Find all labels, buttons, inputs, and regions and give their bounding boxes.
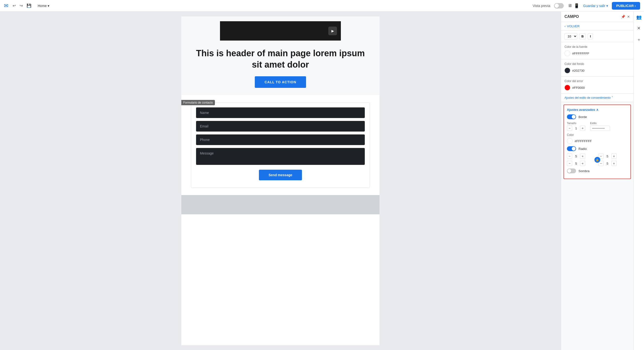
radius-section: − 5 + − 5 + 🔒 − 5 (567, 154, 628, 166)
canvas-area: ▶ This is header of main page lorem ipsu… (0, 11, 561, 350)
redo-button[interactable]: ↪ (18, 2, 24, 9)
radio-toggle-row: Radio (567, 146, 628, 151)
radio-toggle[interactable] (567, 146, 576, 151)
radius-tr-stepper: − 5 + (598, 154, 628, 159)
font-color-value: #FFFFFFFF (572, 52, 589, 55)
bg-color-row: #202730 (564, 68, 630, 73)
error-color-value: #FF0000 (572, 86, 585, 90)
home-chevron-icon: ▾ (48, 4, 49, 8)
panel-back[interactable]: ‹ VOLVER (561, 22, 633, 31)
cta-button[interactable]: CALL TO ACTION (255, 76, 306, 88)
form-tag: Formulario de contacto (181, 100, 215, 105)
radius-tl-increment[interactable]: + (580, 154, 585, 159)
main-layout: ▶ This is header of main page lorem ipsu… (0, 11, 644, 350)
bg-color-section: Color del fondo #202730 (561, 59, 633, 77)
add-right-button[interactable]: ＋ (636, 36, 642, 43)
radius-br-stepper: − 5 + (598, 161, 628, 166)
border-label: Borde (578, 115, 587, 119)
people-icon-button[interactable]: 👥 (635, 13, 642, 21)
advanced-section: Ajustes avanzados ∧ Borde Tamaño − 1 + (564, 105, 631, 179)
logo-icon: ✉ (4, 3, 8, 9)
size-value: 1 (574, 127, 578, 130)
size-col-label: Tamaño (567, 122, 585, 125)
save-button[interactable]: Guardar y salir ▾ (583, 4, 608, 8)
border-color-row: #FFFFFFFF (567, 138, 628, 144)
shadow-toggle[interactable] (567, 169, 576, 173)
canvas-content: ▶ This is header of main page lorem ipsu… (181, 16, 380, 345)
topbar-right: Vista previa 🖥 📱 Guardar y salir ▾ PUBLI… (532, 2, 640, 10)
radius-grid: − 5 + − 5 + 🔒 − 5 (567, 154, 628, 166)
panel-header: CAMPO 📌 ✕ (561, 11, 633, 22)
back-label: VOLVER (567, 24, 580, 28)
radius-bl-decrement[interactable]: − (567, 161, 572, 166)
radius-tr-value: 5 (605, 155, 610, 158)
font-size-select[interactable]: 1012141618 (564, 33, 577, 40)
message-field[interactable]: Message (196, 148, 365, 165)
save-icon-button[interactable]: 💾 (25, 2, 33, 9)
email-field[interactable]: Email (196, 121, 365, 132)
pin-icon[interactable]: 📌 (621, 15, 625, 18)
bg-color-swatch[interactable] (564, 68, 570, 73)
video-block: ▶ (220, 21, 341, 40)
bg-color-label: Color del fondo (564, 62, 630, 66)
style-col: Estilo ────── - - - - - · · · · · (590, 122, 610, 131)
radius-tl-decrement[interactable]: − (567, 154, 572, 159)
panel-title: CAMPO (564, 14, 579, 19)
italic-button[interactable]: I (588, 33, 593, 39)
hero-section: This is header of main page lorem ipsum … (181, 40, 380, 95)
radius-bl-value: 5 (574, 162, 578, 165)
radio-label: Radio (578, 147, 587, 151)
radius-bl-increment[interactable]: + (580, 161, 585, 166)
error-color-row: #FF0000 (564, 85, 630, 91)
consent-link[interactable]: Ajustes del estilo de consentimiento ˅ (561, 94, 633, 102)
lock-icon[interactable]: 🔒 (594, 157, 600, 163)
size-stepper: − 1 + (567, 126, 585, 131)
contact-form: Name Email Phone Message Send message (191, 102, 370, 188)
panel-header-icons: 📌 ✕ (621, 15, 630, 18)
radius-tl-value: 5 (574, 155, 578, 158)
home-label: Home (38, 4, 47, 8)
font-color-swatch[interactable] (564, 50, 570, 56)
topbar-actions: ↩ ↪ 💾 (11, 2, 33, 9)
shadow-toggle-row: Sombra (567, 169, 628, 173)
shadow-label: Sombra (578, 169, 590, 173)
preview-toggle[interactable] (554, 3, 564, 8)
bottom-area (181, 195, 380, 214)
radius-tl-stepper: − 5 + (567, 154, 596, 159)
home-button[interactable]: Home ▾ (36, 3, 51, 9)
close-right-button[interactable]: ✕ (636, 25, 642, 32)
font-size-row: 1012141618 B I (561, 31, 633, 42)
border-color-value: #FFFFFFFF (574, 139, 592, 143)
far-right-panel: 👥 ✕ ＋ (633, 11, 644, 350)
border-color-swatch[interactable] (567, 138, 573, 144)
border-style-select[interactable]: ────── - - - - - · · · · · (590, 126, 610, 131)
undo-button[interactable]: ↩ (11, 2, 17, 9)
bold-button[interactable]: B (579, 33, 586, 39)
mobile-icon[interactable]: 📱 (574, 3, 579, 8)
border-toggle[interactable] (567, 114, 576, 119)
publish-button[interactable]: PUBLICAR › (612, 2, 640, 10)
advanced-header[interactable]: Ajustes avanzados ∧ (567, 108, 628, 112)
device-icons: 🖥 📱 (568, 3, 579, 8)
play-button[interactable]: ▶ (328, 26, 337, 35)
radius-br-value: 5 (605, 162, 610, 165)
radius-tr-increment[interactable]: + (611, 154, 617, 159)
preview-toggle-knob (554, 4, 559, 8)
radius-br-increment[interactable]: + (611, 161, 617, 166)
border-toggle-row: Borde (567, 114, 628, 119)
error-color-label: Color del error (564, 79, 630, 83)
size-increment-button[interactable]: + (580, 126, 585, 131)
desktop-icon[interactable]: 🖥 (568, 3, 572, 8)
font-color-label: Color de la fuente (564, 45, 630, 48)
name-field[interactable]: Name (196, 107, 365, 118)
preview-label: Vista previa (532, 4, 550, 8)
error-color-swatch[interactable] (564, 85, 570, 91)
radius-bl-stepper: − 5 + (567, 161, 596, 166)
phone-field[interactable]: Phone (196, 135, 365, 145)
size-col: Tamaño − 1 + (567, 122, 585, 131)
size-decrement-button[interactable]: − (567, 126, 572, 131)
border-color-label: Color (567, 133, 628, 137)
style-col-label: Estilo (590, 122, 610, 125)
send-button[interactable]: Send message (259, 170, 302, 180)
close-panel-button[interactable]: ✕ (627, 15, 630, 18)
